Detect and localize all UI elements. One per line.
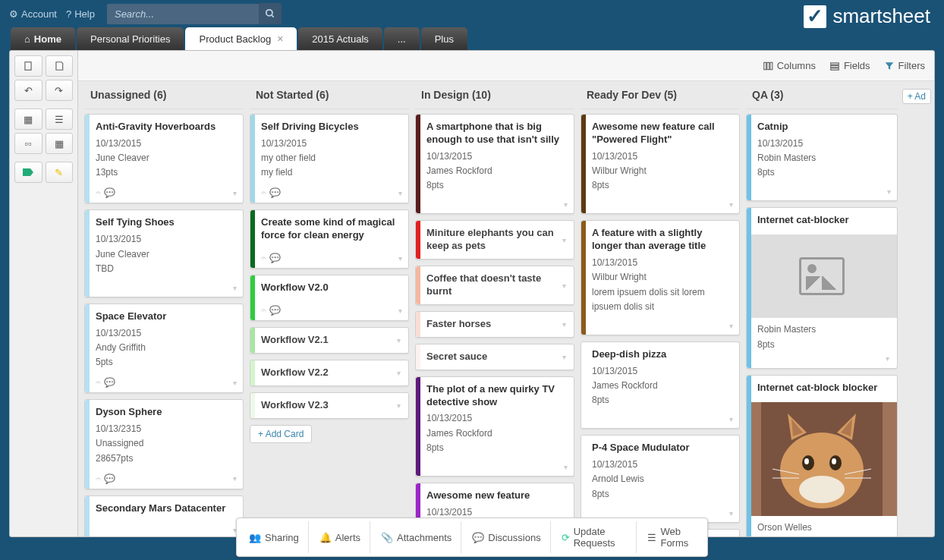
chevron-down-icon[interactable]: ▾ bbox=[729, 509, 733, 518]
discussions-button[interactable]: 💬Discussions bbox=[463, 521, 550, 553]
card[interactable]: Internet cat-blockerRobin Masters8pts▾ bbox=[746, 207, 898, 368]
tab-personal-priorities[interactable]: Personal Priorities bbox=[77, 27, 184, 50]
comment-icon[interactable]: 💬 bbox=[269, 187, 281, 198]
redo-button[interactable]: ↷ bbox=[46, 80, 74, 101]
card[interactable]: Workflow V2.3▾ bbox=[250, 392, 409, 419]
close-icon[interactable]: × bbox=[277, 33, 283, 45]
card[interactable]: Faster horses▾ bbox=[415, 311, 574, 338]
gantt-view-button[interactable]: ☰ bbox=[46, 109, 74, 130]
chevron-down-icon[interactable]: ▾ bbox=[398, 307, 402, 315]
card[interactable]: Catnip10/13/2015Robin Masters8pts▾ bbox=[746, 114, 898, 201]
attachments-button[interactable]: 📎Attachments bbox=[372, 521, 461, 553]
comment-icon[interactable]: 💬 bbox=[269, 305, 281, 316]
column-header[interactable]: In Design (10) bbox=[415, 81, 574, 109]
column-body[interactable]: A smartphone that is big enough to use t… bbox=[415, 109, 574, 536]
alerts-button[interactable]: 🔔Alerts bbox=[310, 521, 370, 553]
chevron-down-icon[interactable]: ▾ bbox=[233, 189, 237, 197]
tab-more[interactable]: ... bbox=[384, 27, 420, 50]
card[interactable]: Coffee that doesn't taste burnt▾ bbox=[415, 266, 574, 305]
undo-button[interactable]: ↶ bbox=[14, 80, 42, 101]
search-button[interactable] bbox=[259, 3, 282, 24]
card[interactable]: Deep-dish pizza10/13/2015James Rockford8… bbox=[581, 341, 740, 429]
add-card-button[interactable]: + Add Card bbox=[250, 425, 312, 443]
tab-plus[interactable]: Plus bbox=[421, 27, 467, 50]
chevron-down-icon[interactable]: ▾ bbox=[397, 369, 401, 377]
sharing-button[interactable]: 👥Sharing bbox=[240, 521, 309, 553]
calendar-view-button[interactable]: ▦ bbox=[46, 133, 74, 154]
file-button[interactable] bbox=[14, 55, 42, 77]
chevron-down-icon[interactable]: ▾ bbox=[886, 354, 889, 363]
column-body[interactable]: Catnip10/13/2015Robin Masters8pts▾Intern… bbox=[746, 109, 898, 536]
attachment-icon[interactable]: 𝄐 bbox=[96, 377, 101, 388]
attachment-icon[interactable]: 𝄐 bbox=[96, 473, 101, 484]
card[interactable]: Internet cat-block blockerOrson Welles8p… bbox=[746, 375, 898, 536]
column-body[interactable]: Self Driving Bicycles10/13/2015my other … bbox=[250, 109, 409, 536]
help-link[interactable]: ? Help bbox=[66, 8, 95, 20]
chevron-down-icon[interactable]: ▾ bbox=[564, 463, 568, 471]
comment-icon[interactable]: 💬 bbox=[104, 377, 115, 388]
card[interactable]: Self Driving Bicycles10/13/2015my other … bbox=[250, 114, 409, 203]
chevron-down-icon[interactable]: ▾ bbox=[397, 401, 401, 410]
card[interactable]: Workflow V2.0𝄐💬▾ bbox=[250, 275, 409, 321]
card-view-button[interactable]: ▫▫ bbox=[14, 133, 42, 154]
chevron-down-icon[interactable]: ▾ bbox=[887, 187, 891, 196]
card[interactable]: Workflow V2.2▾ bbox=[250, 360, 409, 386]
column-header[interactable]: QA (3) bbox=[746, 81, 898, 109]
column-header[interactable]: Unassigned (6) bbox=[84, 81, 244, 109]
attachment-icon[interactable]: 𝄐 bbox=[261, 187, 266, 198]
card[interactable]: Space Elevator10/13/2015Andy Griffith5pt… bbox=[84, 304, 244, 393]
update-requests-button[interactable]: ⟳Update Requests bbox=[552, 521, 637, 553]
chevron-down-icon[interactable]: ▾ bbox=[729, 322, 733, 330]
card[interactable]: Dyson Sphere10/13/2315Unassigned28657pts… bbox=[84, 399, 244, 489]
chevron-down-icon[interactable]: ▾ bbox=[729, 200, 733, 209]
chevron-down-icon[interactable]: ▾ bbox=[564, 200, 568, 209]
card[interactable]: Secondary Mars Datacenter▾ bbox=[84, 496, 244, 536]
column-header[interactable]: Ready For Dev (5) bbox=[581, 81, 740, 109]
tab-product-backlog[interactable]: Product Backlog × bbox=[185, 27, 297, 50]
columns-toggle[interactable]: Columns bbox=[763, 60, 816, 71]
card[interactable]: Awesome new feature call "Powered Flight… bbox=[581, 114, 740, 214]
tab-2015-actuals[interactable]: 2015 Actuals bbox=[298, 27, 382, 50]
chevron-down-icon[interactable]: ▾ bbox=[398, 254, 402, 263]
column-header[interactable]: Not Started (6) bbox=[250, 81, 409, 109]
comment-icon[interactable]: 💬 bbox=[104, 187, 115, 198]
chevron-down-icon[interactable]: ▾ bbox=[562, 320, 566, 329]
chevron-down-icon[interactable]: ▾ bbox=[233, 284, 237, 292]
filters-toggle[interactable]: Filters bbox=[884, 60, 925, 71]
comment-icon[interactable]: 💬 bbox=[104, 473, 115, 484]
account-link[interactable]: ⚙ Account bbox=[9, 8, 57, 20]
card[interactable]: Create some kind of magical force for cl… bbox=[250, 209, 409, 269]
card[interactable]: A smartphone that is big enough to use t… bbox=[415, 114, 574, 214]
card[interactable]: A feature with a slightly longer than av… bbox=[581, 220, 740, 335]
fields-toggle[interactable]: Fields bbox=[829, 60, 870, 71]
chevron-down-icon[interactable]: ▾ bbox=[562, 353, 566, 361]
card[interactable]: Self Tying Shoes10/13/2015June CleaverTB… bbox=[84, 209, 244, 297]
attachment-icon[interactable]: 𝄐 bbox=[96, 187, 101, 198]
attachment-icon[interactable]: 𝄐 bbox=[261, 305, 266, 316]
highlight-button[interactable]: ✎ bbox=[46, 162, 74, 183]
chevron-down-icon[interactable]: ▾ bbox=[562, 236, 566, 244]
add-column-button[interactable]: + Ad bbox=[902, 89, 931, 104]
card[interactable]: The plot of a new quirky TV detective sh… bbox=[415, 376, 574, 477]
chevron-down-icon[interactable]: ▾ bbox=[233, 379, 237, 387]
save-button[interactable] bbox=[46, 55, 74, 77]
attachment-icon[interactable]: 𝄐 bbox=[261, 253, 266, 263]
card[interactable]: Anti-Gravity Hoverboards10/13/2015June C… bbox=[84, 114, 244, 203]
chevron-down-icon[interactable]: ▾ bbox=[233, 474, 237, 483]
column-body[interactable]: Anti-Gravity Hoverboards10/13/2015June C… bbox=[84, 109, 244, 536]
column-body[interactable]: Awesome new feature call "Powered Flight… bbox=[581, 109, 740, 536]
card[interactable]: Secret sauce▾ bbox=[415, 344, 574, 370]
chevron-down-icon[interactable]: ▾ bbox=[398, 189, 402, 197]
search-input[interactable] bbox=[107, 4, 259, 24]
chevron-down-icon[interactable]: ▾ bbox=[562, 282, 566, 290]
card[interactable]: Miniture elephants you can keep as pets▾ bbox=[415, 220, 574, 260]
webforms-button[interactable]: ☰Web Forms bbox=[638, 521, 704, 553]
chevron-down-icon[interactable]: ▾ bbox=[729, 415, 733, 423]
tags-button[interactable] bbox=[14, 162, 42, 183]
grid-view-button[interactable]: ▦ bbox=[14, 109, 42, 130]
chevron-down-icon[interactable]: ▾ bbox=[397, 336, 401, 344]
card[interactable]: P-4 Space Mudulator10/13/2015Arnold Lewi… bbox=[581, 435, 740, 522]
tab-home[interactable]: ⌂ Home bbox=[11, 27, 75, 50]
card[interactable]: Workflow V2.1▾ bbox=[250, 327, 409, 354]
comment-icon[interactable]: 💬 bbox=[269, 253, 281, 263]
